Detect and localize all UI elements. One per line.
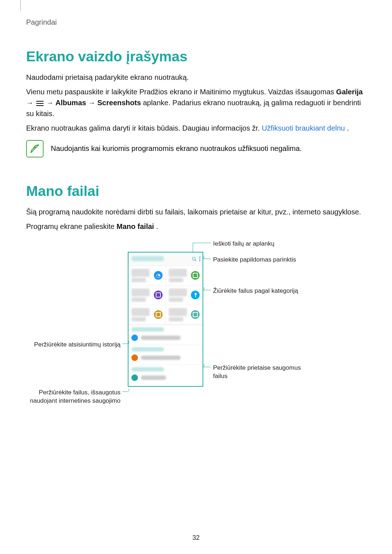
text: Ekrano nuotraukas galima daryti ir kitai… xyxy=(26,124,262,132)
callout-category: Žiūrėkite failus pagal kategoriją xyxy=(213,287,298,295)
text-bold: Galerija xyxy=(336,88,363,96)
connector-tick xyxy=(129,389,129,391)
category-item[interactable] xyxy=(166,305,203,324)
connector-line xyxy=(203,259,211,259)
section-title-my-files: Mano failai xyxy=(26,183,366,200)
category-item[interactable] xyxy=(166,286,203,305)
category-item[interactable] xyxy=(128,305,166,324)
svg-point-0 xyxy=(192,257,195,260)
section-header-local xyxy=(128,345,203,352)
section-title-screen-capture: Ekrano vaizdo įrašymas xyxy=(26,48,366,65)
category-row: ◔ xyxy=(128,266,203,286)
note-callout: Naudojantis kai kuriomis programomis ekr… xyxy=(26,140,366,157)
overflow-icon[interactable] xyxy=(199,257,200,261)
category-item[interactable]: ◔ xyxy=(128,266,166,285)
link-palm-capture[interactable]: Užfiksuoti braukiant delnu xyxy=(262,124,345,132)
category-item[interactable] xyxy=(128,286,166,305)
connector-tick xyxy=(129,341,129,344)
svg-line-1 xyxy=(195,259,196,261)
text: . xyxy=(156,222,158,230)
blurred-label xyxy=(141,356,181,360)
apps-icon xyxy=(191,310,200,319)
connector-line xyxy=(122,391,128,392)
margin-tick xyxy=(20,0,21,11)
music-icon xyxy=(191,291,200,299)
text-bold: Mano failai xyxy=(117,222,154,230)
paragraph: Ekrano nuotraukas galima daryti ir kitai… xyxy=(26,123,366,134)
image-icon xyxy=(191,271,200,280)
text: failus xyxy=(213,373,228,379)
paragraph: Programų ekrane palieskite Mano failai . xyxy=(26,221,366,232)
blurred-title xyxy=(131,256,164,261)
callout-device-storage: Peržiūrėkite prietaise saugomus failus xyxy=(213,364,301,381)
blurred-label xyxy=(141,336,181,340)
category-item[interactable] xyxy=(166,266,203,285)
list-item-cloud-storage[interactable] xyxy=(128,372,203,386)
connector-line xyxy=(193,243,193,252)
arrow: → xyxy=(46,99,56,107)
connector-line xyxy=(203,290,211,290)
callout-downloads: Peržiūrėkite atsisiuntimų istoriją xyxy=(26,341,121,349)
callout-options: Pasiekite papildomas parinktis xyxy=(213,256,296,264)
note-text: Naudojantis kai kuriomis programomis ekr… xyxy=(51,140,302,154)
category-row xyxy=(128,305,203,325)
list-item-download-history[interactable] xyxy=(128,332,203,345)
video-icon xyxy=(154,291,163,299)
text-bold: Screenshots xyxy=(97,99,141,107)
section-header-downloads xyxy=(128,325,203,332)
text: naudojant internetines saugojimo xyxy=(30,397,121,404)
connector-line xyxy=(203,367,211,367)
callout-cloud-storage: Peržiūrėkite failus, išsaugotus naudojan… xyxy=(19,389,121,405)
figure-my-files: ◔ xyxy=(26,243,366,435)
connector-tick xyxy=(204,256,204,259)
arrow: → xyxy=(26,99,36,107)
connector-line xyxy=(193,243,211,243)
connector-line xyxy=(122,344,128,344)
callout-search: Ieškoti failų ar aplankų xyxy=(213,240,274,248)
page-number: 32 xyxy=(0,534,392,542)
text: Peržiūrėkite failus, išsaugotus xyxy=(39,389,121,396)
text: Vienu metu paspauskite ir laikykite Prad… xyxy=(26,88,336,96)
clock-icon: ◔ xyxy=(154,271,163,280)
arrow: → xyxy=(88,99,98,107)
text-bold: Albumas xyxy=(56,99,86,107)
cloud-storage-icon xyxy=(131,374,138,381)
search-icon[interactable] xyxy=(191,256,197,262)
page: Pagrindai Ekrano vaizdo įrašymas Naudoda… xyxy=(0,0,392,435)
category-row xyxy=(128,286,203,305)
phone-screenshot: ◔ xyxy=(128,252,203,387)
breadcrumb: Pagrindai xyxy=(26,18,366,26)
paragraph: Vienu metu paspauskite ir laikykite Prad… xyxy=(26,86,366,119)
section-header-cloud xyxy=(128,365,203,372)
note-icon xyxy=(26,140,44,157)
connector-tick xyxy=(204,287,204,290)
menu-icon xyxy=(36,101,44,106)
text: . xyxy=(347,124,349,132)
device-storage-icon xyxy=(131,354,138,361)
paragraph: Naudodami prietaisą padarykite ekrano nu… xyxy=(26,72,366,83)
connector-tick xyxy=(204,364,204,367)
download-icon xyxy=(131,335,138,341)
blurred-label xyxy=(141,376,166,380)
text: Peržiūrėkite prietaise saugomus xyxy=(213,364,301,371)
paragraph: Šią programą naudokite norėdami dirbti s… xyxy=(26,206,366,217)
text: Programų ekrane palieskite xyxy=(26,222,117,230)
document-icon xyxy=(154,310,163,319)
phone-app-bar xyxy=(128,253,203,266)
list-item-device-storage[interactable] xyxy=(128,352,203,365)
